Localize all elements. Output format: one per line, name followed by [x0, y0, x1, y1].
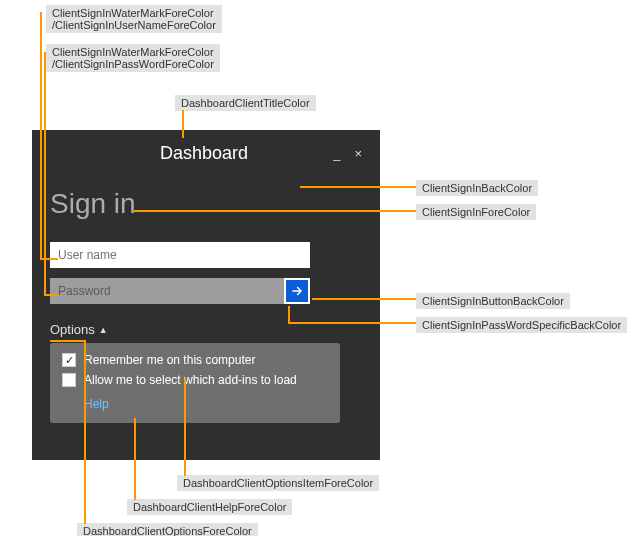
label-options-fore: DashboardClientOptionsForeColor — [77, 523, 258, 536]
connector — [40, 12, 42, 260]
connector — [40, 258, 58, 260]
username-input[interactable] — [50, 242, 310, 268]
addins-checkbox[interactable] — [62, 373, 76, 387]
label-watermark-user-fore: ClientSignInWaterMarkForeColor /ClientSi… — [46, 5, 222, 33]
window-controls: _ × — [333, 146, 362, 161]
connector — [312, 298, 416, 300]
label-options-item-fore: DashboardClientOptionsItemForeColor — [177, 475, 379, 491]
connector — [134, 210, 416, 212]
signin-button[interactable] — [284, 278, 310, 304]
remember-checkbox[interactable]: ✓ — [62, 353, 76, 367]
connector — [84, 340, 86, 524]
close-icon[interactable]: × — [354, 146, 362, 161]
label-pw-specific-back: ClientSignInPassWordSpecificBackColor — [416, 317, 627, 333]
remember-label: Remember me on this computer — [84, 353, 255, 367]
password-row — [50, 278, 310, 304]
label-fore-color: ClientSignInForeColor — [416, 204, 536, 220]
connector — [50, 340, 86, 342]
caret-up-icon: ▲ — [99, 325, 108, 335]
dashboard-title: Dashboard — [160, 143, 248, 164]
connector — [288, 306, 290, 322]
options-toggle-label: Options — [50, 322, 95, 337]
addins-row[interactable]: Allow me to select which add-ins to load — [62, 373, 328, 387]
label-back-color: ClientSignInBackColor — [416, 180, 538, 196]
label-button-back: ClientSignInButtonBackColor — [416, 293, 570, 309]
connector — [184, 378, 186, 476]
connector — [134, 418, 136, 500]
remember-row[interactable]: ✓ Remember me on this computer — [62, 353, 328, 367]
connector — [44, 52, 46, 296]
options-panel: ✓ Remember me on this computer Allow me … — [50, 343, 340, 423]
connector — [288, 322, 416, 324]
signin-heading: Sign in — [50, 188, 362, 220]
arrow-right-icon — [290, 284, 304, 298]
connector — [44, 294, 58, 296]
minimize-icon[interactable]: _ — [333, 146, 340, 161]
connector — [182, 110, 184, 138]
connector — [300, 186, 416, 188]
label-help-fore: DashboardClientHelpForeColor — [127, 499, 292, 515]
help-link[interactable]: Help — [84, 397, 109, 411]
label-watermark-pass-fore: ClientSignInWaterMarkForeColor /ClientSi… — [46, 44, 220, 72]
addins-label: Allow me to select which add-ins to load — [84, 373, 297, 387]
label-title-color: DashboardClientTitleColor — [175, 95, 316, 111]
title-bar: Dashboard _ × — [50, 140, 362, 166]
options-toggle[interactable]: Options ▲ — [50, 322, 362, 337]
password-input[interactable] — [50, 278, 284, 304]
